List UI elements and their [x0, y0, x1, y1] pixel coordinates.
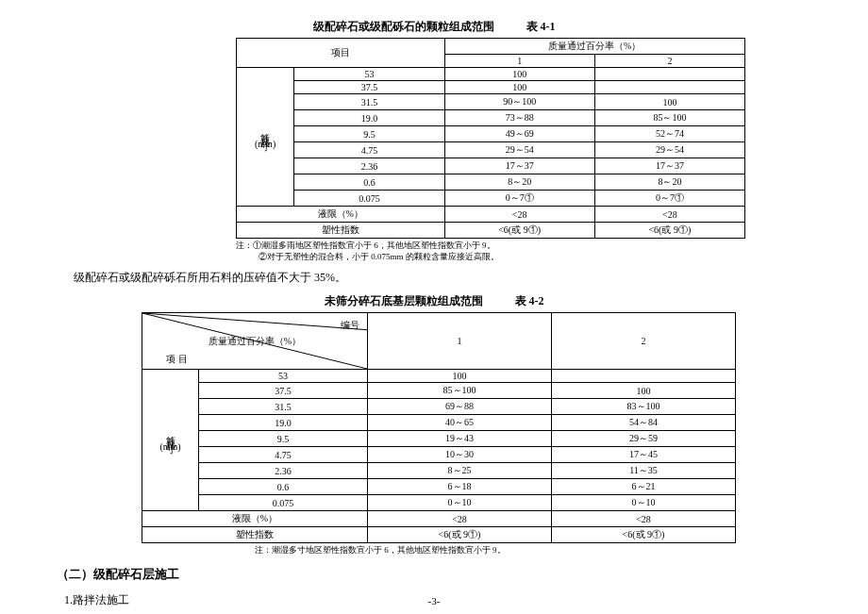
cell: 29～54	[594, 142, 744, 158]
th-no: 编号	[341, 319, 359, 332]
cell: 8～20	[444, 174, 594, 191]
cell: 40～65	[368, 415, 552, 431]
cell: 85～100	[594, 110, 744, 126]
cell: 0～10	[552, 495, 736, 511]
cell: 100	[444, 81, 594, 94]
cell: 6～18	[368, 479, 552, 495]
table1-note: 注：①潮湿多雨地区塑性指数宜小于 6，其他地区塑性指数宜小于 9。 ②对于无塑性…	[236, 241, 811, 262]
cell: 8～25	[368, 463, 552, 479]
cell: 0～7①	[444, 191, 594, 207]
table-row: 塑性指数<6(或 9①)<6(或 9①)	[142, 527, 736, 543]
table-row: 9.519～4329～59	[142, 431, 736, 447]
table-row: 0.0750～100～10	[142, 495, 736, 511]
cell-label: 液限（%）	[142, 511, 368, 527]
row-label-sieve: 筛孔尺寸(mm)	[237, 68, 294, 207]
cell: 53	[294, 68, 444, 81]
cell: 0～7①	[594, 191, 744, 207]
cell: 90～100	[444, 94, 594, 110]
th-col2: 2	[594, 55, 744, 68]
cell: 29～59	[552, 431, 736, 447]
cell: 6～21	[552, 479, 736, 495]
cell: 0.075	[199, 495, 368, 511]
table-row: 0.68～208～20	[237, 174, 745, 191]
th-col2: 2	[552, 313, 736, 370]
table1-title-main: 级配碎石或级配砾石的颗粒组成范围	[313, 20, 494, 33]
table-row: 2.368～2511～35	[142, 463, 736, 479]
svg-line-1	[142, 313, 367, 330]
cell: 53	[199, 370, 368, 383]
table-row: 37.5100	[237, 81, 745, 94]
table2-title: 未筛分碎石底基层颗粒组成范围 表 4-2	[57, 293, 811, 309]
table1: 项目 质量通过百分率（%） 1 2 筛孔尺寸(mm)5310037.510031…	[236, 38, 745, 239]
cell: <6(或 9①)	[594, 223, 744, 239]
table-row: 0.66～186～21	[142, 479, 736, 495]
table1-title-ref: 表 4-1	[526, 20, 556, 33]
note-line: 注：①潮湿多雨地区塑性指数宜小于 6，其他地区塑性指数宜小于 9。	[236, 241, 811, 252]
table-row: 液限（%）<28<28	[237, 207, 745, 223]
cell: 9.5	[199, 431, 368, 447]
cell	[552, 370, 736, 383]
cell-label: 塑性指数	[237, 223, 445, 239]
table-row: 9.549～6952～74	[237, 126, 745, 142]
cell: <28	[552, 511, 736, 527]
cell: 9.5	[294, 126, 444, 142]
cell: 4.75	[294, 142, 444, 158]
cell-label: 塑性指数	[142, 527, 368, 543]
table-row: 31.590～100100	[237, 94, 745, 110]
cell: 11～35	[552, 463, 736, 479]
table2: 编号 质量通过百分率（%） 项 目 1 2 筛孔尺寸(mm)5310037.58…	[142, 312, 736, 543]
cell: 17～45	[552, 447, 736, 463]
table-row: 37.585～100100	[142, 383, 736, 399]
cell: 52～74	[594, 126, 744, 142]
cell: 17～37	[444, 158, 594, 174]
th-item: 项 目	[166, 353, 188, 366]
cell: 100	[444, 68, 594, 81]
cell: 49～69	[444, 126, 594, 142]
cell-label: 液限（%）	[237, 207, 445, 223]
cell: <6(或 9①)	[552, 527, 736, 543]
cell: 54～84	[552, 415, 736, 431]
cell: 8～20	[594, 174, 744, 191]
table-row: 筛孔尺寸(mm)53100	[237, 68, 745, 81]
table2-title-ref: 表 4-2	[515, 294, 544, 307]
cell: <6(或 9①)	[444, 223, 594, 239]
cell: <6(或 9①)	[368, 527, 552, 543]
th-col1: 1	[368, 313, 552, 370]
cell: 31.5	[294, 94, 444, 110]
table-row: 4.7529～5429～54	[237, 142, 745, 158]
cell: 19～43	[368, 431, 552, 447]
cell: 69～88	[368, 399, 552, 415]
cell	[594, 81, 744, 94]
table-row: 塑性指数<6(或 9①)<6(或 9①)	[237, 223, 745, 239]
table-row: 0.0750～7①0～7①	[237, 191, 745, 207]
cell: 37.5	[199, 383, 368, 399]
cell: 0.6	[199, 479, 368, 495]
section-heading: （二）级配碎石层施工	[57, 566, 811, 583]
th-item: 项目	[237, 39, 445, 68]
page-number: -3-	[0, 595, 868, 606]
row-label-sieve: 筛孔尺寸(mm)	[142, 370, 199, 511]
cell: 100	[368, 370, 552, 383]
cell: 10～30	[368, 447, 552, 463]
table-row: 19.073～8885～100	[237, 110, 745, 126]
cell: 83～100	[552, 399, 736, 415]
cell: 0.6	[294, 174, 444, 191]
table2-note: 注：潮湿多寸地区塑性指数宜小于 6，其他地区塑性指数宜小于 9。	[255, 545, 811, 556]
cell: 17～37	[594, 158, 744, 174]
cell: 0～10	[368, 495, 552, 511]
cell: 0.075	[294, 191, 444, 207]
table-row: 2.3617～3717～37	[237, 158, 745, 174]
cell: 37.5	[294, 81, 444, 94]
table-row: 项目 质量通过百分率（%）	[237, 39, 745, 55]
table-row: 筛孔尺寸(mm)53100	[142, 370, 736, 383]
cell: 31.5	[199, 399, 368, 415]
cell: 2.36	[294, 158, 444, 174]
cell: 4.75	[199, 447, 368, 463]
body-text: 级配碎石或级配碎砾石所用石料的压碎值不大于 35%。	[74, 270, 811, 286]
cell: 85～100	[368, 383, 552, 399]
th-pass: 质量通过百分率（%）	[209, 335, 301, 348]
table2-title-main: 未筛分碎石底基层颗粒组成范围	[325, 294, 483, 307]
cell: 100	[552, 383, 736, 399]
cell: <28	[594, 207, 744, 223]
table-row: 31.569～8883～100	[142, 399, 736, 415]
